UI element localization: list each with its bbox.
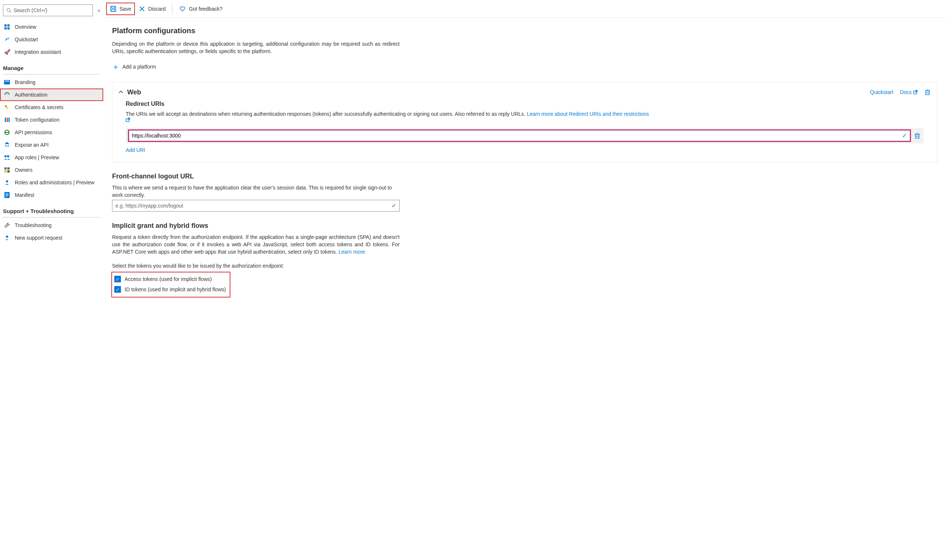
svg-rect-5: [8, 27, 9, 29]
search-input[interactable]: [14, 8, 89, 13]
sidebar-item-overview[interactable]: Overview: [0, 21, 103, 33]
divider: [3, 74, 100, 74]
docs-label: Docs: [900, 89, 912, 95]
divider: [3, 217, 100, 217]
svg-rect-34: [926, 91, 929, 95]
svg-rect-12: [8, 118, 9, 122]
toolbar: Save Discard Got feedback?: [103, 0, 946, 18]
svg-point-0: [7, 8, 10, 12]
card-title: Web: [127, 88, 863, 96]
search-row: «: [0, 3, 103, 21]
add-platform-label: Add a platform: [122, 64, 156, 70]
svg-line-1: [10, 11, 11, 13]
svg-point-16: [7, 155, 9, 157]
svg-rect-6: [4, 80, 10, 85]
sidebar-item-certificates-secrets[interactable]: Certificates & secrets: [0, 101, 103, 114]
delete-platform-button[interactable]: [924, 89, 931, 95]
svg-rect-4: [5, 27, 7, 29]
sidebar-item-integration-assistant[interactable]: 🚀 Integration assistant: [0, 46, 103, 58]
sidebar-item-label: New support request: [15, 235, 62, 241]
sidebar-item-owners[interactable]: Owners: [0, 164, 103, 176]
id-token-checkbox[interactable]: ✓: [114, 286, 121, 293]
sidebar-item-api-permissions[interactable]: API permissions: [0, 126, 103, 138]
svg-rect-17: [5, 168, 7, 169]
sidebar-item-branding[interactable]: Branding: [0, 76, 103, 88]
redirect-uri-field[interactable]: [132, 133, 901, 138]
sidebar-item-label: Owners: [15, 167, 32, 173]
svg-point-26: [6, 235, 8, 238]
manifest-icon: [4, 192, 10, 198]
roles-admins-icon: [4, 179, 10, 186]
sidebar: « Overview Quickstart 🚀 Integration assi…: [0, 0, 103, 560]
card-header: Web Quickstart Docs: [112, 88, 937, 101]
sidebar-item-label: Integration assistant: [15, 49, 61, 55]
redirect-desc-text: The URIs we will accept as destinations …: [126, 111, 527, 117]
sidebar-item-new-support-request[interactable]: New support request: [0, 232, 103, 244]
sidebar-item-manifest[interactable]: Manifest: [0, 189, 103, 201]
svg-rect-9: [6, 106, 8, 109]
wrench-icon: [4, 222, 10, 229]
add-uri-button[interactable]: Add URI: [126, 147, 923, 153]
discard-button[interactable]: Discard: [135, 3, 169, 15]
sidebar-item-label: Manifest: [15, 192, 34, 198]
sidebar-item-quickstart[interactable]: Quickstart: [0, 33, 103, 46]
sidebar-item-label: Troubleshooting: [15, 222, 52, 228]
logout-url-input[interactable]: [115, 203, 390, 209]
feedback-button[interactable]: Got feedback?: [175, 3, 226, 15]
content: Platform configurations Depending on the…: [103, 18, 946, 560]
svg-rect-2: [5, 24, 7, 26]
svg-line-33: [915, 90, 917, 92]
sidebar-item-roles-admins[interactable]: Roles and administrators | Preview: [0, 176, 103, 189]
svg-rect-28: [112, 6, 115, 8]
logout-url-input-wrap[interactable]: ✓: [112, 200, 400, 212]
external-link-icon: [126, 118, 923, 122]
save-button[interactable]: Save: [106, 3, 135, 15]
authentication-icon: [4, 91, 10, 98]
web-platform-card: Web Quickstart Docs Redirect URIs The UR…: [112, 82, 937, 162]
delete-uri-button[interactable]: [914, 132, 921, 139]
sidebar-item-token-configuration[interactable]: Token configuration: [0, 114, 103, 126]
external-link-icon: [913, 90, 918, 94]
toolbar-separator: [172, 5, 172, 13]
feedback-label: Got feedback?: [189, 6, 222, 12]
sidebar-item-label: Branding: [15, 79, 35, 85]
svg-point-21: [6, 180, 8, 183]
access-token-label[interactable]: Access tokens (used for implicit flows): [125, 276, 212, 282]
access-token-checkbox[interactable]: ✓: [114, 276, 121, 282]
redirect-uri-input[interactable]: ✓: [129, 130, 910, 141]
implicit-desc: Request a token directly from the author…: [112, 233, 400, 256]
implicit-title: Implicit grant and hybrid flows: [112, 222, 937, 230]
id-token-label[interactable]: ID tokens (used for implicit and hybrid …: [125, 286, 226, 292]
learn-more-implicit-link[interactable]: Learn more.: [338, 249, 366, 255]
discard-label: Discard: [148, 6, 166, 12]
sidebar-item-label: Roles and administrators | Preview: [15, 180, 94, 185]
svg-rect-18: [8, 168, 9, 169]
svg-rect-23: [6, 194, 8, 194]
quickstart-link[interactable]: Quickstart: [870, 89, 893, 95]
owners-icon: [4, 167, 10, 173]
add-platform-button[interactable]: ＋ Add a platform: [112, 62, 937, 72]
key-icon: [4, 104, 10, 111]
sidebar-item-app-roles[interactable]: App roles | Preview: [0, 151, 103, 164]
sidebar-item-label: Authentication: [15, 92, 48, 98]
token-select-label: Select the tokens you would like to be i…: [112, 263, 937, 269]
redirect-uris-title: Redirect URIs: [126, 101, 923, 107]
svg-rect-11: [7, 118, 8, 122]
collapse-sidebar-icon[interactable]: «: [97, 8, 100, 13]
docs-link[interactable]: Docs: [900, 89, 918, 95]
svg-rect-27: [111, 6, 116, 11]
sidebar-item-authentication[interactable]: Authentication: [0, 88, 103, 101]
sidebar-group-manage: Manage: [0, 58, 103, 73]
sidebar-item-label: App roles | Preview: [15, 154, 59, 160]
sidebar-item-troubleshooting[interactable]: Troubleshooting: [0, 219, 103, 232]
section-desc: Depending on the platform or device this…: [112, 40, 400, 55]
save-label: Save: [120, 6, 131, 12]
svg-rect-24: [6, 195, 8, 195]
chevron-up-icon[interactable]: [118, 89, 123, 95]
sidebar-item-expose-api[interactable]: Expose an API: [0, 138, 103, 151]
svg-rect-7: [5, 81, 9, 82]
quickstart-icon: [4, 36, 10, 43]
search-box[interactable]: [3, 5, 93, 16]
valid-check-icon: ✓: [902, 132, 907, 139]
branding-icon: [4, 79, 10, 86]
